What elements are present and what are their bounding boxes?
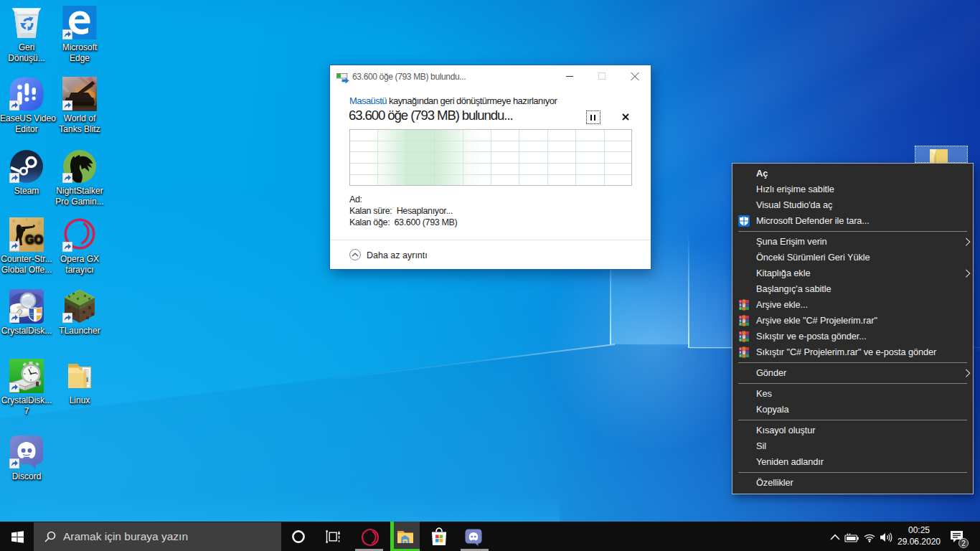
svg-text:GO: GO bbox=[25, 233, 43, 245]
